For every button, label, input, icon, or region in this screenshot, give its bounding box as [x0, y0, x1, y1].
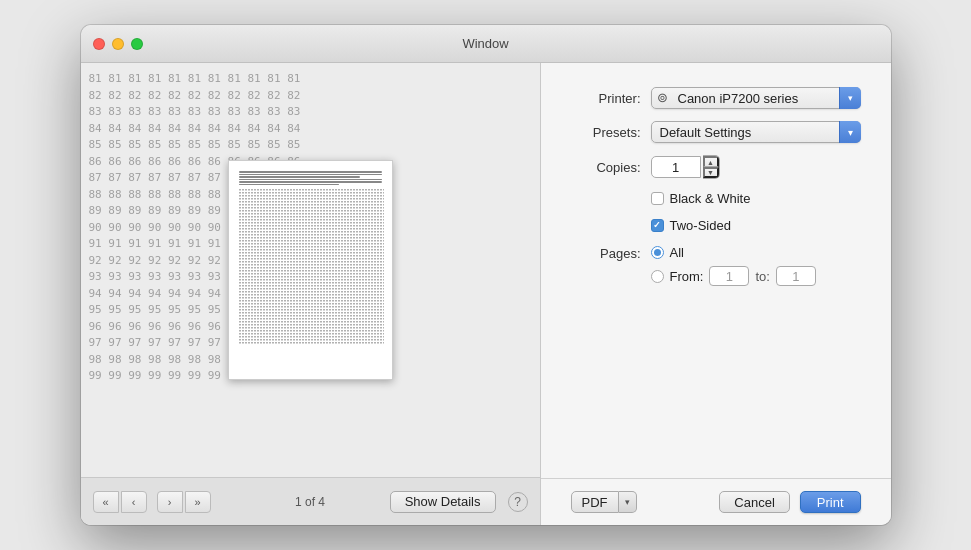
presets-control: Default Settings Last Used Settings Save… [651, 121, 861, 143]
copies-control: ▲ ▼ [651, 155, 861, 179]
next-page-button[interactable]: › [157, 491, 183, 513]
presets-label: Presets: [571, 125, 641, 140]
presets-select-wrapper: Default Settings Last Used Settings Save… [651, 121, 861, 143]
pages-to-input[interactable] [776, 266, 816, 286]
black-white-checkbox[interactable] [651, 192, 664, 205]
printer-label: Printer: [571, 91, 641, 106]
help-button[interactable]: ? [508, 492, 528, 512]
printer-row: Printer: Canon iP7200 series ⊚ ▾ [571, 87, 861, 109]
pages-control: All From: to: [651, 245, 861, 286]
pages-from-row: From: to: [651, 266, 861, 286]
nav-buttons-next: › » [157, 491, 215, 513]
pages-radio-group: All From: to: [651, 245, 861, 286]
options-bottom-bar: PDF ▾ Cancel Print [541, 478, 891, 525]
close-button[interactable] [93, 38, 105, 50]
pages-from-label: From: [670, 269, 704, 284]
two-sided-checkbox[interactable] [651, 219, 664, 232]
copies-increment-button[interactable]: ▲ [703, 156, 719, 167]
minimize-button[interactable] [112, 38, 124, 50]
pdf-dropdown-button[interactable]: ▾ [619, 491, 637, 513]
preview-area: // Will be done via inline pattern [81, 63, 540, 477]
pages-from-radio[interactable] [651, 270, 664, 283]
titlebar: Window [81, 25, 891, 63]
pages-from-input[interactable] [709, 266, 749, 286]
first-page-button[interactable]: « [93, 491, 119, 513]
pages-all-radio[interactable] [651, 246, 664, 259]
printer-select[interactable]: Canon iP7200 series [651, 87, 861, 109]
show-details-button[interactable]: Show Details [390, 491, 496, 513]
cancel-button[interactable]: Cancel [719, 491, 789, 513]
maximize-button[interactable] [131, 38, 143, 50]
print-dialog: Window 81 81 81 81 81 81 81 81 81 81 81 … [81, 25, 891, 525]
copies-input[interactable] [651, 156, 701, 178]
options-content: Printer: Canon iP7200 series ⊚ ▾ Presets [541, 63, 891, 478]
black-white-label: Black & White [670, 191, 751, 206]
pdf-button[interactable]: PDF [571, 491, 619, 513]
prev-page-button[interactable]: ‹ [121, 491, 147, 513]
preview-nav: « ‹ › » 1 of 4 Show Details ? [81, 477, 540, 525]
window-title: Window [462, 36, 508, 51]
black-white-row: Black & White [571, 191, 861, 206]
presets-row: Presets: Default Settings Last Used Sett… [571, 121, 861, 143]
copies-row: Copies: ▲ ▼ [571, 155, 861, 179]
range-inputs: to: [709, 266, 815, 286]
svg-rect-1 [239, 189, 384, 344]
copies-decrement-button[interactable]: ▼ [703, 167, 719, 178]
copies-input-group: ▲ ▼ [651, 155, 861, 179]
last-page-button[interactable]: » [185, 491, 211, 513]
copies-stepper: ▲ ▼ [703, 155, 720, 179]
pages-all-label: All [670, 245, 684, 260]
options-panel: Printer: Canon iP7200 series ⊚ ▾ Presets [541, 63, 891, 525]
copies-label: Copies: [571, 160, 641, 175]
preview-panel: 81 81 81 81 81 81 81 81 81 81 81 82 82 8… [81, 63, 541, 525]
presets-select[interactable]: Default Settings Last Used Settings Save… [651, 121, 861, 143]
pages-label: Pages: [571, 245, 641, 261]
print-button[interactable]: Print [800, 491, 861, 513]
printer-control: Canon iP7200 series ⊚ ▾ [651, 87, 861, 109]
pdf-button-group: PDF ▾ [571, 491, 637, 513]
page-thumbnail: // Will be done via inline pattern [228, 160, 393, 380]
two-sided-label: Two-Sided [670, 218, 731, 233]
pages-row: Pages: All From: [571, 245, 861, 286]
right-buttons: Cancel Print [719, 491, 860, 513]
pages-all-row: All [651, 245, 861, 260]
window-content: 81 81 81 81 81 81 81 81 81 81 81 82 82 8… [81, 63, 891, 525]
nav-buttons: « ‹ [93, 491, 151, 513]
printer-dropdown-icon: ▾ [839, 87, 861, 109]
pages-to-label: to: [755, 269, 769, 284]
printer-select-wrapper: Canon iP7200 series ⊚ ▾ [651, 87, 861, 109]
traffic-lights [93, 38, 143, 50]
two-sided-row: Two-Sided [571, 218, 861, 233]
page-indicator: 1 of 4 [295, 495, 325, 509]
